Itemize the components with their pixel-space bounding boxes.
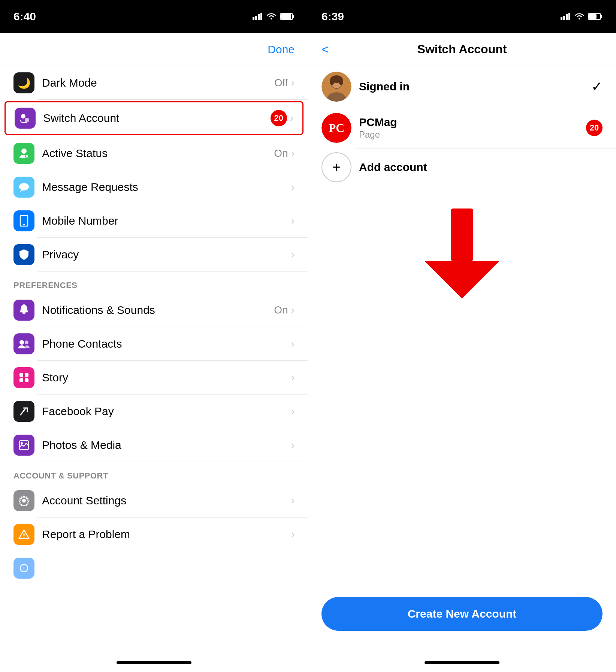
svg-rect-28: [561, 17, 562, 20]
mobile-number-chevron: ›: [291, 215, 295, 227]
signed-in-avatar: [321, 72, 351, 102]
settings-item-photos-media[interactable]: Photos & Media ›: [0, 428, 308, 462]
svg-point-23: [22, 499, 26, 502]
right-home-indicator: [308, 653, 616, 672]
settings-item-mobile-number[interactable]: Mobile Number ›: [0, 204, 308, 238]
settings-item-partial[interactable]: i: [0, 551, 308, 585]
notifications-label: Notifications & Sounds: [42, 304, 155, 316]
settings-item-switch-account[interactable]: Switch Account 20 ›: [4, 101, 304, 135]
svg-rect-6: [281, 14, 291, 19]
mobile-number-label: Mobile Number: [42, 214, 118, 227]
settings-item-notifications[interactable]: Notifications & Sounds On ›: [0, 293, 308, 327]
down-arrow-svg: [425, 208, 499, 298]
settings-item-story[interactable]: Story ›: [0, 361, 308, 394]
facebook-pay-chevron: ›: [291, 405, 295, 417]
back-button[interactable]: <: [321, 42, 329, 57]
story-chevron: ›: [291, 372, 295, 384]
right-wifi-icon: [574, 13, 585, 20]
left-home-indicator: [0, 653, 308, 672]
facebook-pay-icon: [13, 401, 34, 422]
svg-rect-14: [23, 304, 25, 306]
account-settings-label: Account Settings: [42, 494, 126, 507]
settings-item-report-problem[interactable]: Report a Problem ›: [0, 518, 308, 551]
svg-rect-31: [568, 13, 570, 20]
svg-point-22: [21, 442, 23, 444]
switch-account-title: Switch Account: [417, 42, 507, 56]
media-icon-svg: [18, 440, 30, 451]
active-status-icon: [13, 143, 34, 164]
settings-item-facebook-pay[interactable]: Facebook Pay ›: [0, 394, 308, 428]
settings-list: 🌙 Dark Mode Off › Switch Account: [0, 66, 308, 653]
photos-media-icon: [13, 435, 34, 456]
pcmag-sub: Page: [359, 129, 586, 140]
create-new-account-button[interactable]: Create New Account: [321, 597, 603, 631]
svg-rect-18: [25, 373, 28, 377]
settings-item-phone-contacts[interactable]: Phone Contacts ›: [0, 327, 308, 361]
svg-point-7: [21, 114, 25, 118]
phone-contacts-chevron: ›: [291, 338, 295, 350]
done-button[interactable]: Done: [268, 43, 295, 56]
svg-point-12: [19, 183, 29, 190]
phone-icon-svg: [19, 215, 29, 227]
create-account-label: Create New Account: [408, 608, 517, 620]
pcmag-badge: 20: [586, 120, 603, 136]
account-settings-icon: [13, 490, 34, 511]
settings-item-dark-mode[interactable]: 🌙 Dark Mode Off ›: [0, 66, 308, 100]
svg-rect-34: [589, 14, 597, 19]
account-item-pcmag[interactable]: PC PCMag Page 20: [308, 107, 616, 148]
wifi-icon: [266, 13, 277, 20]
switch-account-label: Switch Account: [43, 112, 119, 124]
svg-point-25: [24, 537, 25, 538]
svg-rect-1: [255, 16, 257, 20]
svg-rect-3: [260, 13, 262, 20]
right-battery-icon: [588, 13, 603, 20]
story-icon: [13, 367, 34, 388]
story-label: Story: [42, 371, 68, 384]
active-status-chevron: ›: [291, 147, 295, 159]
left-time: 6:40: [13, 10, 36, 23]
dark-mode-label: Dark Mode: [42, 76, 97, 89]
contacts-icon-svg: [18, 339, 30, 349]
message-requests-label: Message Requests: [42, 181, 138, 193]
left-panel: 6:40 Done 🌙 Dark Mode Off ›: [0, 0, 308, 672]
svg-text:i: i: [23, 565, 25, 571]
pay-icon-svg: [18, 406, 30, 417]
svg-point-8: [25, 118, 29, 122]
svg-point-15: [19, 340, 24, 345]
active-icon-svg: [18, 147, 30, 159]
active-status-value: On: [274, 147, 288, 159]
arrow-indicator: [308, 186, 616, 314]
create-account-section: Create New Account: [308, 597, 616, 653]
svg-rect-30: [566, 14, 568, 20]
message-requests-icon: [13, 177, 34, 198]
svg-point-9: [21, 148, 27, 154]
phone-contacts-icon: [13, 333, 34, 354]
settings-item-message-requests[interactable]: Message Requests ›: [0, 170, 308, 204]
dark-mode-chevron: ›: [291, 77, 295, 89]
signed-in-name: Signed in: [359, 80, 591, 93]
svg-point-40: [330, 78, 334, 85]
right-home-bar: [425, 661, 499, 664]
right-status-bar: 6:39: [308, 0, 616, 33]
right-status-icons: [561, 13, 603, 20]
preferences-header: PREFERENCES: [0, 272, 308, 293]
svg-rect-17: [19, 373, 23, 377]
left-status-bar: 6:40: [0, 0, 308, 33]
settings-item-account-settings[interactable]: Account Settings ›: [0, 484, 308, 518]
add-icon: +: [321, 152, 351, 182]
account-item-signed-in[interactable]: Signed in ✓: [308, 66, 616, 107]
settings-item-privacy[interactable]: Privacy ›: [0, 238, 308, 272]
privacy-chevron: ›: [291, 249, 295, 261]
mobile-number-icon: [13, 210, 34, 231]
right-time: 6:39: [321, 10, 344, 23]
report-problem-label: Report a Problem: [42, 528, 130, 540]
add-account-item[interactable]: + Add account: [308, 148, 616, 186]
svg-rect-19: [19, 378, 23, 382]
partial-icon: i: [13, 558, 34, 579]
settings-item-active-status[interactable]: Active Status On ›: [0, 136, 308, 170]
svg-point-41: [339, 78, 343, 85]
partial-icon-svg: i: [18, 562, 30, 574]
right-signal-icon: [561, 13, 570, 20]
privacy-icon: [13, 244, 34, 265]
facebook-pay-label: Facebook Pay: [42, 405, 114, 417]
